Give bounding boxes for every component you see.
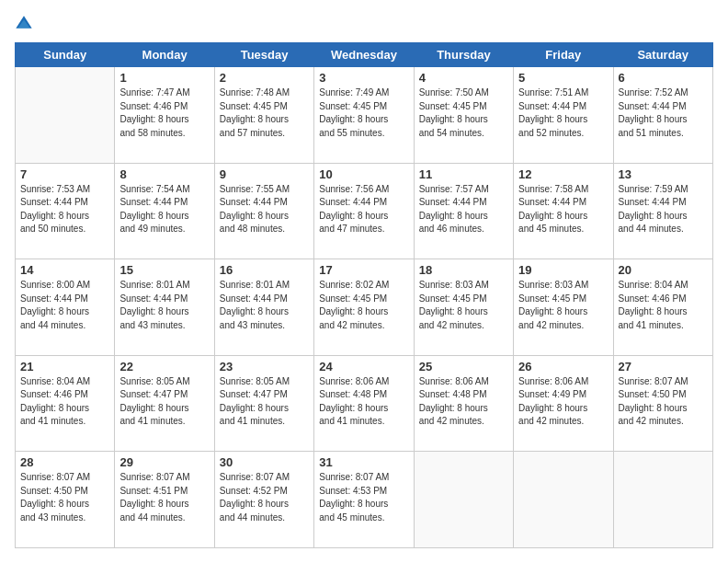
day-number: 12 bbox=[518, 167, 608, 181]
calendar-cell: 6Sunrise: 7:52 AMSunset: 4:44 PMDaylight… bbox=[613, 67, 712, 164]
calendar-cell: 23Sunrise: 8:05 AMSunset: 4:47 PMDayligh… bbox=[214, 355, 313, 452]
day-number: 29 bbox=[119, 455, 209, 469]
day-number: 5 bbox=[518, 71, 608, 85]
day-info: Sunrise: 8:00 AMSunset: 4:44 PMDaylight:… bbox=[20, 279, 109, 332]
day-number: 25 bbox=[419, 360, 508, 373]
calendar-week-row: 14Sunrise: 8:00 AMSunset: 4:44 PMDayligh… bbox=[16, 259, 713, 356]
calendar-cell: 13Sunrise: 7:59 AMSunset: 4:44 PMDayligh… bbox=[613, 163, 712, 259]
calendar-cell: 22Sunrise: 8:05 AMSunset: 4:47 PMDayligh… bbox=[115, 355, 214, 452]
calendar-cell: 29Sunrise: 8:07 AMSunset: 4:51 PMDayligh… bbox=[115, 452, 214, 548]
logo-icon bbox=[15, 15, 33, 33]
day-number: 1 bbox=[119, 71, 209, 85]
calendar-cell: 14Sunrise: 8:00 AMSunset: 4:44 PMDayligh… bbox=[16, 259, 115, 356]
day-info: Sunrise: 7:56 AMSunset: 4:44 PMDaylight:… bbox=[319, 183, 408, 236]
calendar-cell bbox=[613, 452, 712, 548]
day-info: Sunrise: 8:06 AMSunset: 4:49 PMDaylight:… bbox=[518, 375, 608, 429]
calendar-cell: 4Sunrise: 7:50 AMSunset: 4:45 PMDaylight… bbox=[414, 67, 513, 164]
day-info: Sunrise: 8:02 AMSunset: 4:45 PMDaylight:… bbox=[319, 279, 408, 332]
page: SundayMondayTuesdayWednesdayThursdayFrid… bbox=[0, 0, 728, 563]
day-number: 4 bbox=[419, 71, 508, 85]
day-info: Sunrise: 7:52 AMSunset: 4:44 PMDaylight:… bbox=[619, 86, 708, 140]
calendar-cell: 25Sunrise: 8:06 AMSunset: 4:48 PMDayligh… bbox=[414, 355, 513, 452]
calendar-cell: 12Sunrise: 7:58 AMSunset: 4:44 PMDayligh… bbox=[514, 163, 613, 259]
weekday-header-friday: Friday bbox=[514, 43, 613, 67]
weekday-header-wednesday: Wednesday bbox=[314, 43, 414, 67]
day-number: 6 bbox=[619, 71, 708, 85]
day-number: 21 bbox=[20, 360, 109, 373]
calendar-cell: 31Sunrise: 8:07 AMSunset: 4:53 PMDayligh… bbox=[314, 452, 414, 548]
day-number: 3 bbox=[319, 71, 408, 85]
day-info: Sunrise: 7:48 AMSunset: 4:45 PMDaylight:… bbox=[220, 86, 309, 140]
day-number: 24 bbox=[319, 360, 408, 373]
day-number: 27 bbox=[619, 360, 708, 373]
day-info: Sunrise: 7:54 AMSunset: 4:44 PMDaylight:… bbox=[119, 183, 209, 236]
calendar-cell: 28Sunrise: 8:07 AMSunset: 4:50 PMDayligh… bbox=[16, 452, 115, 548]
day-number: 22 bbox=[119, 360, 209, 373]
calendar-week-row: 28Sunrise: 8:07 AMSunset: 4:50 PMDayligh… bbox=[16, 452, 713, 548]
day-info: Sunrise: 8:03 AMSunset: 4:45 PMDaylight:… bbox=[518, 279, 608, 332]
calendar-cell bbox=[414, 452, 513, 548]
calendar-cell: 20Sunrise: 8:04 AMSunset: 4:46 PMDayligh… bbox=[613, 259, 712, 356]
day-number: 15 bbox=[119, 263, 209, 277]
day-info: Sunrise: 8:01 AMSunset: 4:44 PMDaylight:… bbox=[119, 279, 209, 332]
calendar-cell: 11Sunrise: 7:57 AMSunset: 4:44 PMDayligh… bbox=[414, 163, 513, 259]
calendar-cell: 26Sunrise: 8:06 AMSunset: 4:49 PMDayligh… bbox=[514, 355, 613, 452]
day-info: Sunrise: 8:01 AMSunset: 4:44 PMDaylight:… bbox=[220, 279, 309, 332]
day-info: Sunrise: 7:57 AMSunset: 4:44 PMDaylight:… bbox=[419, 183, 508, 236]
day-number: 19 bbox=[518, 263, 608, 277]
logo bbox=[15, 15, 35, 33]
day-info: Sunrise: 8:04 AMSunset: 4:46 PMDaylight:… bbox=[619, 279, 708, 332]
calendar-cell: 10Sunrise: 7:56 AMSunset: 4:44 PMDayligh… bbox=[314, 163, 414, 259]
day-number: 20 bbox=[619, 263, 708, 277]
day-number: 14 bbox=[20, 263, 109, 277]
weekday-header-tuesday: Tuesday bbox=[214, 43, 313, 67]
weekday-header-sunday: Sunday bbox=[16, 43, 115, 67]
day-number: 2 bbox=[220, 71, 309, 85]
calendar-cell bbox=[514, 452, 613, 548]
day-info: Sunrise: 8:05 AMSunset: 4:47 PMDaylight:… bbox=[119, 375, 209, 429]
day-info: Sunrise: 7:53 AMSunset: 4:44 PMDaylight:… bbox=[20, 183, 109, 236]
calendar-cell: 5Sunrise: 7:51 AMSunset: 4:44 PMDaylight… bbox=[514, 67, 613, 164]
calendar-week-row: 21Sunrise: 8:04 AMSunset: 4:46 PMDayligh… bbox=[16, 355, 713, 452]
calendar-cell: 15Sunrise: 8:01 AMSunset: 4:44 PMDayligh… bbox=[115, 259, 214, 356]
day-number: 16 bbox=[220, 263, 309, 277]
day-info: Sunrise: 7:58 AMSunset: 4:44 PMDaylight:… bbox=[518, 183, 608, 236]
calendar-cell: 19Sunrise: 8:03 AMSunset: 4:45 PMDayligh… bbox=[514, 259, 613, 356]
calendar-cell: 24Sunrise: 8:06 AMSunset: 4:48 PMDayligh… bbox=[314, 355, 414, 452]
calendar-cell: 21Sunrise: 8:04 AMSunset: 4:46 PMDayligh… bbox=[16, 355, 115, 452]
day-number: 31 bbox=[319, 455, 408, 469]
day-number: 9 bbox=[220, 167, 309, 181]
calendar-week-row: 1Sunrise: 7:47 AMSunset: 4:46 PMDaylight… bbox=[16, 67, 713, 164]
day-info: Sunrise: 7:51 AMSunset: 4:44 PMDaylight:… bbox=[518, 86, 608, 140]
day-number: 26 bbox=[518, 360, 608, 373]
day-info: Sunrise: 8:05 AMSunset: 4:47 PMDaylight:… bbox=[220, 375, 309, 429]
calendar-cell: 7Sunrise: 7:53 AMSunset: 4:44 PMDaylight… bbox=[16, 163, 115, 259]
day-info: Sunrise: 7:59 AMSunset: 4:44 PMDaylight:… bbox=[619, 183, 708, 236]
day-number: 7 bbox=[20, 167, 109, 181]
day-info: Sunrise: 7:50 AMSunset: 4:45 PMDaylight:… bbox=[419, 86, 508, 140]
day-info: Sunrise: 8:03 AMSunset: 4:45 PMDaylight:… bbox=[419, 279, 508, 332]
weekday-header-row: SundayMondayTuesdayWednesdayThursdayFrid… bbox=[16, 43, 713, 67]
calendar-cell: 16Sunrise: 8:01 AMSunset: 4:44 PMDayligh… bbox=[214, 259, 313, 356]
header bbox=[15, 15, 713, 33]
weekday-header-thursday: Thursday bbox=[414, 43, 513, 67]
day-info: Sunrise: 7:47 AMSunset: 4:46 PMDaylight:… bbox=[119, 86, 209, 140]
day-number: 23 bbox=[220, 360, 309, 373]
day-number: 11 bbox=[419, 167, 508, 181]
day-info: Sunrise: 7:49 AMSunset: 4:45 PMDaylight:… bbox=[319, 86, 408, 140]
day-info: Sunrise: 8:07 AMSunset: 4:50 PMDaylight:… bbox=[619, 375, 708, 429]
day-number: 28 bbox=[20, 455, 109, 469]
calendar-cell: 1Sunrise: 7:47 AMSunset: 4:46 PMDaylight… bbox=[115, 67, 214, 164]
calendar-cell: 3Sunrise: 7:49 AMSunset: 4:45 PMDaylight… bbox=[314, 67, 414, 164]
calendar-cell: 8Sunrise: 7:54 AMSunset: 4:44 PMDaylight… bbox=[115, 163, 214, 259]
calendar-cell: 9Sunrise: 7:55 AMSunset: 4:44 PMDaylight… bbox=[214, 163, 313, 259]
calendar-cell: 27Sunrise: 8:07 AMSunset: 4:50 PMDayligh… bbox=[613, 355, 712, 452]
day-info: Sunrise: 8:07 AMSunset: 4:52 PMDaylight:… bbox=[220, 471, 309, 524]
day-info: Sunrise: 8:07 AMSunset: 4:51 PMDaylight:… bbox=[119, 471, 209, 524]
day-info: Sunrise: 8:07 AMSunset: 4:50 PMDaylight:… bbox=[20, 471, 109, 524]
day-info: Sunrise: 7:55 AMSunset: 4:44 PMDaylight:… bbox=[220, 183, 309, 236]
day-number: 18 bbox=[419, 263, 508, 277]
day-info: Sunrise: 8:04 AMSunset: 4:46 PMDaylight:… bbox=[20, 375, 109, 429]
day-number: 30 bbox=[220, 455, 309, 469]
day-number: 10 bbox=[319, 167, 408, 181]
